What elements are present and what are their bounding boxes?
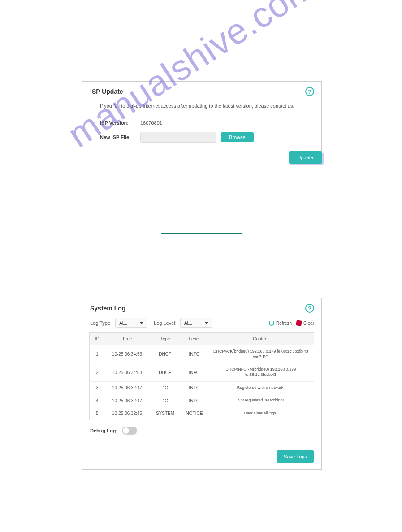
isp-newfile-row: New ISP File: Browse (100, 132, 308, 143)
table-row: 5 10-25 06:32:45 SYSTEM NOTICE User clea… (90, 407, 314, 420)
debug-log-label: Debug Log: (90, 428, 117, 433)
debug-log-toggle[interactable] (122, 427, 137, 435)
save-logs-button[interactable]: Save Logs (277, 450, 314, 463)
log-type-select[interactable]: ALL (115, 318, 147, 328)
cell-id: 5 (90, 407, 105, 420)
log-table-body: 1 10-25 06:34:53 DHCP INFO DHCPACK(bridg… (90, 345, 314, 420)
chevron-down-icon (140, 322, 143, 324)
cell-content: Registered with a network! (208, 381, 314, 394)
isp-panel-header: ISP Update ? (82, 82, 321, 99)
cell-level: INFO (181, 394, 208, 407)
chevron-down-icon (205, 322, 208, 324)
cell-id: 4 (90, 394, 105, 407)
clear-label: Clear (303, 321, 314, 326)
isp-update-panel: ISP Update ? If you fail to dial-up Inte… (82, 81, 322, 163)
cell-content: DHCPINFORM(bridge0) 192.168.0.179 fe:88:… (208, 363, 314, 381)
col-content-header: Content (208, 333, 314, 345)
cell-type: SYSTEM (150, 407, 181, 420)
isp-version-row: ISP Version: 16070801 (100, 120, 308, 126)
isp-version-value: 16070801 (140, 120, 162, 126)
cell-content: User clear all logs. (208, 407, 314, 420)
system-log-panel: System Log ? Log Type: ALL Log Level: AL… (82, 298, 322, 470)
clear-button[interactable]: Clear (296, 320, 314, 326)
col-time-header: Time (105, 333, 150, 345)
log-level-value: ALL (184, 321, 192, 326)
update-button[interactable]: Update (289, 151, 322, 164)
col-type-header: Type (150, 333, 181, 345)
help-icon[interactable]: ? (305, 304, 314, 313)
isp-newfile-label: New ISP File: (100, 135, 140, 140)
log-table-header-row: ID Time Type Level Content (90, 333, 314, 345)
table-row: 4 10-25 06:32:47 4G INFO Not registered,… (90, 394, 314, 407)
cell-content: Not registered, searching! (208, 394, 314, 407)
refresh-icon (269, 320, 274, 326)
cell-type: DHCP (150, 363, 181, 381)
cell-time: 10-25 06:34:53 (105, 345, 150, 363)
refresh-label: Refresh (276, 321, 292, 326)
log-level-label: Log Level: (154, 320, 177, 326)
cell-id: 2 (90, 363, 105, 381)
col-id-header: ID (90, 333, 105, 345)
cell-type: DHCP (150, 345, 181, 363)
cell-time: 10-25 06:34:53 (105, 363, 150, 381)
isp-version-label: ISP Version: (100, 120, 140, 126)
section-divider (161, 233, 242, 234)
log-level-select[interactable]: ALL (180, 318, 212, 328)
log-controls-row: Log Type: ALL Log Level: ALL Refresh Cle… (82, 315, 321, 332)
refresh-button[interactable]: Refresh (269, 320, 292, 326)
cell-content: DHCPACK(bridge0) 192.168.0.179 fe:88:1c:… (208, 345, 314, 363)
cell-level: NOTICE (181, 407, 208, 420)
table-row: 3 10-25 06:32:47 4G INFO Registered with… (90, 381, 314, 394)
cell-type: 4G (150, 381, 181, 394)
isp-file-input[interactable] (140, 132, 216, 143)
isp-panel-title: ISP Update (90, 88, 123, 95)
log-panel-header: System Log ? (82, 298, 321, 315)
cell-level: INFO (181, 381, 208, 394)
help-icon[interactable]: ? (305, 87, 314, 96)
clear-icon (296, 320, 302, 326)
log-type-value: ALL (119, 321, 127, 326)
toggle-knob (123, 427, 129, 434)
table-row: 2 10-25 06:34:53 DHCP INFO DHCPINFORM(br… (90, 363, 314, 381)
table-row: 1 10-25 06:34:53 DHCP INFO DHCPACK(bridg… (90, 345, 314, 363)
browse-button[interactable]: Browse (221, 132, 254, 142)
log-panel-title: System Log (90, 305, 125, 312)
cell-time: 10-25 06:32:47 (105, 394, 150, 407)
cell-id: 3 (90, 381, 105, 394)
cell-level: INFO (181, 345, 208, 363)
cell-time: 10-25 06:32:45 (105, 407, 150, 420)
isp-panel-body: If you fail to dial-up Internet access a… (82, 99, 321, 143)
cell-level: INFO (181, 363, 208, 381)
page-top-rule (48, 31, 354, 31)
log-type-label: Log Type: (90, 320, 112, 326)
cell-id: 1 (90, 345, 105, 363)
cell-time: 10-25 06:32:47 (105, 381, 150, 394)
debug-log-row: Debug Log: (82, 420, 321, 435)
cell-type: 4G (150, 394, 181, 407)
col-level-header: Level (181, 333, 208, 345)
log-table: ID Time Type Level Content 1 10-25 06:34… (89, 332, 314, 420)
isp-note-text: If you fail to dial-up Internet access a… (100, 103, 308, 109)
